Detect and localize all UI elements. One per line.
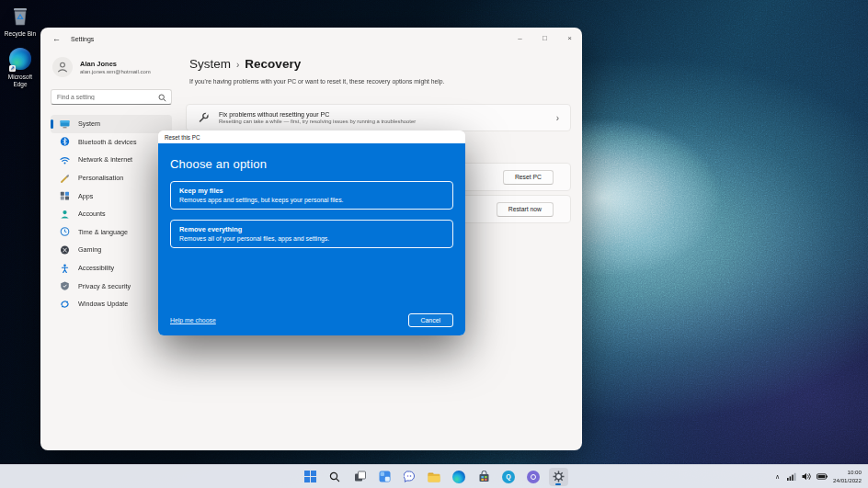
update-icon — [60, 300, 70, 309]
avatar — [52, 57, 73, 77]
chevron-right-icon: › — [556, 113, 559, 123]
system-tray: ∧ — [773, 465, 863, 488]
search-icon — [329, 471, 340, 482]
user-name: Alan Jones — [80, 60, 151, 68]
system-icon — [60, 119, 70, 129]
recycle-bin-shortcut[interactable]: Recycle Bin — [1, 5, 40, 38]
gear-icon — [553, 471, 565, 482]
widgets-button[interactable] — [375, 468, 394, 486]
dialog-title: Reset this PC — [165, 134, 200, 141]
reset-pc-button[interactable]: Reset PC — [503, 170, 554, 185]
task-view-button[interactable] — [350, 468, 370, 486]
sidebar-item-windows-update[interactable]: Windows Update — [51, 295, 172, 313]
breadcrumb-system[interactable]: System — [189, 57, 231, 71]
search-icon — [158, 94, 166, 102]
window-title: Settings — [71, 36, 94, 42]
sidebar-item-label: Personalisation — [78, 174, 123, 182]
sidebar-item-apps[interactable]: Apps — [51, 187, 172, 205]
battery-icon[interactable] — [817, 473, 828, 480]
accounts-icon — [60, 210, 70, 219]
page-title: Recovery — [245, 57, 301, 71]
window-titlebar: ← Settings – □ × — [40, 28, 582, 50]
chat-button[interactable] — [400, 468, 419, 486]
taskbar-search-button[interactable] — [326, 468, 345, 486]
bluetooth-icon — [60, 137, 70, 146]
start-button[interactable] — [301, 468, 320, 486]
sidebar-item-label: Windows Update — [78, 300, 128, 308]
desktop-icon-label: Microsoft Edge — [1, 74, 40, 88]
settings-taskbar-button[interactable] — [549, 468, 568, 486]
sidebar-item-system[interactable]: System — [51, 115, 172, 133]
sidebar-item-label: Apps — [78, 192, 93, 200]
taskbar-center: Q — [0, 465, 868, 488]
back-button[interactable]: ← — [52, 34, 61, 43]
maximize-button[interactable]: □ — [532, 28, 557, 48]
sidebar-item-personalisation[interactable]: Personalisation — [51, 169, 172, 187]
option-remove-everything[interactable]: Remove everything Removes all of your pe… — [170, 220, 453, 248]
sidebar-item-label: System — [78, 119, 100, 128]
recycle-bin-icon — [8, 5, 32, 28]
tray-overflow-chevron-icon[interactable]: ∧ — [773, 471, 782, 482]
sidebar-item-label: Time & language — [78, 228, 128, 236]
reset-this-pc-dialog: Reset this PC Choose an option Keep my f… — [158, 131, 465, 335]
user-email: alan.jones.wm@hotmail.com — [80, 69, 151, 74]
sidebar-item-accessibility[interactable]: Accessibility — [51, 259, 172, 278]
folder-icon — [428, 471, 440, 482]
taskbar: Q ∧ — [0, 464, 868, 488]
close-button[interactable]: × — [557, 28, 582, 48]
person-icon — [56, 61, 69, 74]
breadcrumb-separator: › — [236, 60, 239, 70]
sidebar-item-bluetooth-devices[interactable]: Bluetooth & devices — [51, 133, 172, 152]
microsoft-edge-shortcut[interactable]: ↗ Microsoft Edge — [1, 48, 40, 88]
edge-icon — [452, 471, 465, 483]
volume-icon[interactable] — [802, 472, 811, 481]
desktop: Recycle Bin ↗ Microsoft Edge ← Settings … — [0, 0, 868, 488]
taskbar-clock[interactable]: 10:00 24/01/2022 — [833, 469, 863, 483]
help-me-choose-link[interactable]: Help me choose — [170, 317, 216, 323]
page-description: If you're having problems with your PC o… — [189, 78, 569, 85]
microsoft-store-button[interactable] — [474, 468, 494, 486]
restart-now-button[interactable]: Restart now — [497, 202, 554, 217]
option-title: Remove everything — [179, 225, 444, 233]
clock-icon — [60, 227, 70, 236]
minimize-button[interactable]: – — [508, 28, 532, 48]
dialog-footer: Help me choose Cancel — [170, 313, 453, 327]
file-explorer-button[interactable] — [425, 468, 444, 486]
sidebar-item-label: Accounts — [78, 210, 106, 218]
dialog-titlebar: Reset this PC — [158, 131, 465, 143]
sidebar-item-label: Accessibility — [78, 264, 114, 272]
account-summary[interactable]: Alan Jones alan.jones.wm@hotmail.com — [51, 57, 172, 77]
cancel-button[interactable]: Cancel — [408, 313, 453, 327]
fix-problems-subtitle: Resetting can take a while — first, try … — [219, 119, 416, 124]
store-bag-icon — [478, 471, 490, 482]
accessibility-icon — [60, 264, 70, 273]
settings-nav: System Bluetooth & devices Network — [51, 115, 172, 313]
sidebar-item-privacy-security[interactable]: Privacy & security — [51, 277, 172, 295]
sidebar-item-time-language[interactable]: Time & language — [51, 223, 172, 242]
edge-icon: ↗ — [8, 48, 32, 72]
clock-time: 10:00 — [833, 469, 862, 476]
option-description: Removes apps and settings, but keeps you… — [179, 197, 444, 203]
edge-button[interactable] — [450, 468, 469, 486]
sidebar-item-accounts[interactable]: Accounts — [51, 205, 172, 223]
breadcrumb: System › Recovery — [189, 57, 301, 71]
network-icon[interactable] — [787, 472, 796, 481]
sidebar-item-label: Gaming — [78, 245, 101, 254]
sidebar-item-label: Privacy & security — [78, 282, 131, 290]
search-box[interactable] — [51, 89, 172, 105]
pinned-app-purple-button[interactable] — [524, 468, 543, 486]
shield-icon — [60, 281, 70, 290]
option-keep-my-files[interactable]: Keep my files Removes apps and settings,… — [170, 181, 453, 210]
dialog-body: Choose an option Keep my files Removes a… — [158, 143, 465, 335]
sidebar-item-label: Network & internet — [78, 155, 132, 164]
dialog-heading: Choose an option — [170, 143, 453, 171]
xbox-icon — [60, 245, 70, 255]
search-input[interactable] — [51, 90, 171, 104]
option-title: Keep my files — [179, 187, 444, 195]
pinned-app-q-button[interactable]: Q — [499, 468, 519, 486]
purple-ring-app-icon — [527, 471, 540, 483]
fix-problems-title: Fix problems without resetting your PC — [219, 111, 416, 118]
sidebar-item-network-internet[interactable]: Network & internet — [51, 151, 172, 169]
fix-problems-row[interactable]: Fix problems without resetting your PC R… — [186, 104, 571, 131]
sidebar-item-gaming[interactable]: Gaming — [51, 241, 172, 259]
